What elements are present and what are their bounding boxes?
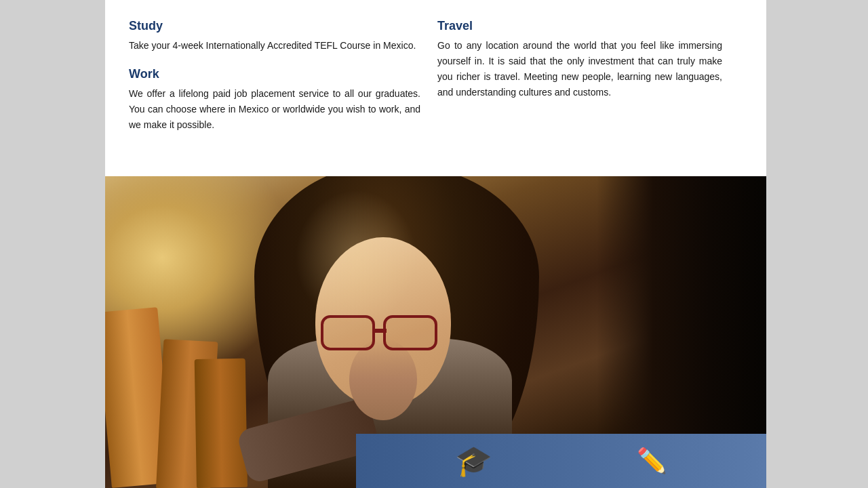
books-stack [112,271,261,488]
left-strip [0,0,105,488]
photo-area: 🎓 ✏️ [105,176,766,488]
right-column: Travel Go to any location around the wor… [437,19,722,133]
bottom-banner: 🎓 ✏️ [356,434,766,488]
main-page: Study Take your 4-week Internationally A… [105,0,766,488]
study-section: Study Take your 4-week Internationally A… [129,19,420,54]
top-content: Study Take your 4-week Internationally A… [105,0,766,133]
travel-section: Travel Go to any location around the wor… [437,19,722,100]
study-title: Study [129,19,420,33]
travel-title: Travel [437,19,722,33]
graduation-cap-icon: 🎓 [455,443,492,479]
study-body: Take your 4-week Internationally Accredi… [129,38,420,54]
right-strip [766,0,868,488]
travel-body: Go to any location around the world that… [437,38,722,100]
work-section: Work We offer a lifelong paid job placem… [129,67,420,133]
work-title: Work [129,67,420,81]
work-body: We offer a lifelong paid job placement s… [129,86,420,133]
pencil-icon: ✏️ [637,447,667,475]
left-column: Study Take your 4-week Internationally A… [129,19,420,133]
